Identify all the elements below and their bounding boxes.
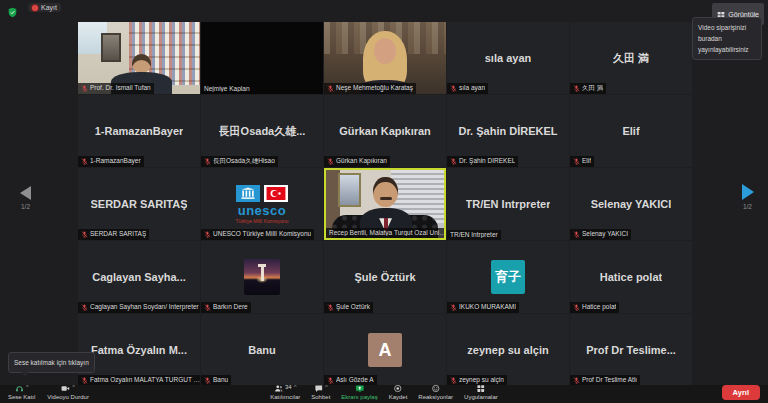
leave-button[interactable]: Ayrıl: [722, 385, 760, 400]
mic-muted-icon: [450, 85, 457, 92]
participant-name-label: Selenay YAKICI: [570, 229, 631, 240]
participant-tile[interactable]: Prof. Dr. İsmail Tufan: [78, 22, 200, 94]
chevron-up-icon[interactable]: ^: [26, 384, 29, 390]
participant-tile[interactable]: Fatma Özyalın M...Fatma Özyalın MALATYA …: [78, 314, 200, 386]
mic-muted-icon: [327, 158, 334, 165]
participant-name-label: Prof. Dr. İsmail Tufan: [78, 83, 154, 94]
participant-tile[interactable]: 1-RamazanBayer1-RamazanBayer: [78, 95, 200, 167]
participant-tile[interactable]: Prof Dr Teslime...Prof Dr Teslime Atlı: [570, 314, 692, 386]
participant-tile[interactable]: TR/EN IntrpreterTR/EN Intrpreter: [447, 168, 569, 240]
meeting-toolbar: ^Sese Katıl^Videoyu Durdur 34^Katılımcıl…: [0, 385, 768, 403]
participant-count-badge: 34: [285, 384, 292, 390]
avatar: A: [368, 333, 402, 367]
unesco-temple-icon: [236, 185, 260, 202]
page-indicator-left: 1/2: [21, 203, 30, 210]
toolbar-button-label: Uygulamalar: [464, 394, 498, 402]
participant-name-label: Hatice polat: [570, 302, 619, 313]
participant-tile[interactable]: 育子IKUKO MURAKAMI: [447, 241, 569, 313]
page-indicator-right: 1/2: [743, 203, 752, 210]
video-camera-icon: [61, 384, 70, 393]
participant-name-label: Şule Öztürk: [324, 302, 373, 313]
participant-tile[interactable]: unescoTürkiye Millî KomisyonuUNESCO Türk…: [201, 168, 323, 240]
mic-muted-icon: [81, 231, 88, 238]
zoom-meeting-window: Kayıt Görüntüle Video siparişinizi burad…: [0, 0, 768, 403]
lh-tower-shape: [261, 266, 264, 280]
participant-tile[interactable]: ElifElif: [570, 95, 692, 167]
participant-name-label: Barkın Dere: [201, 302, 251, 313]
headset-icon: [15, 384, 24, 393]
chevron-up-icon[interactable]: ^: [325, 384, 328, 390]
participant-tile[interactable]: sıla ayansıla ayan: [447, 22, 569, 94]
toolbar-button-reaksiyonlar[interactable]: Reaksiyonlar: [418, 384, 453, 402]
participant-tile[interactable]: SERDAR SARITAŞSERDAR SARITAŞ: [78, 168, 200, 240]
toolbar-button-sohbet[interactable]: ^Sohbet: [311, 384, 330, 402]
mic-muted-icon: [204, 231, 211, 238]
video-scene-part: [101, 33, 121, 62]
record-icon: [394, 384, 403, 393]
chevron-up-icon[interactable]: ^: [72, 384, 75, 390]
mic-muted-icon: [450, 158, 457, 165]
participant-name-label: 長田Osada久雄Hisao: [201, 156, 278, 167]
participant-tile[interactable]: 長田Osada久雄...長田Osada久雄Hisao: [201, 95, 323, 167]
reactions-icon: [431, 384, 440, 393]
toolbar-button-uygulamalar[interactable]: Uygulamalar: [464, 384, 498, 402]
participants-icon: [274, 384, 283, 393]
toolbar-button-label: Reaksiyonlar: [418, 394, 453, 402]
participant-name-label: TR/EN Intrpreter: [447, 230, 501, 241]
participant-name-label: Caglayan Sayhan Soydan/ Interpreter: [78, 302, 200, 313]
participant-tile[interactable]: Selenay YAKICISelenay YAKICI: [570, 168, 692, 240]
toolbar-button-label: Ekranı paylaş: [341, 394, 377, 402]
participant-name-label: Neşe Mehmetoğlu Karataş: [324, 83, 416, 94]
mic-muted-icon: [204, 304, 211, 311]
toolbar-button-sese-kat-l[interactable]: ^Sese Katıl: [8, 384, 35, 402]
toolbar-button-ekran-payla-[interactable]: Ekranı paylaş: [341, 384, 377, 402]
participant-name-label: IKUKO MURAKAMI: [447, 302, 519, 313]
toolbar-center-group: 34^Katılımcılar^SohbetEkranı paylaşKayde…: [270, 384, 497, 402]
participant-tile[interactable]: Şule ÖztürkŞule Öztürk: [324, 241, 446, 313]
participant-grid: Prof. Dr. İsmail TufanNejmiye KaplanNeşe…: [78, 22, 692, 386]
unesco-wordmark: unesco: [238, 204, 287, 217]
participant-tile[interactable]: Caglayan Sayha...Caglayan Sayhan Soydan/…: [78, 241, 200, 313]
mic-muted-icon: [573, 231, 580, 238]
mic-muted-icon: [573, 377, 580, 384]
lh-top-shape: [258, 264, 265, 267]
participant-tile[interactable]: BanuBanu: [201, 314, 323, 386]
next-page-arrow[interactable]: [742, 184, 754, 200]
participant-name-label: sıla ayan: [447, 83, 488, 94]
previous-page-arrow[interactable]: [20, 186, 31, 200]
video-scene-part: [338, 173, 361, 207]
video-scene-part: [373, 177, 398, 207]
participant-tile[interactable]: Neşe Mehmetoğlu Karataş: [324, 22, 446, 94]
chat-icon: [314, 384, 323, 393]
participant-tile[interactable]: Recep Bentli, Malatya Turgut Özal Üniver…: [324, 168, 446, 240]
recording-indicator[interactable]: Kayıt: [28, 3, 61, 12]
toolbar-left-group: ^Sese Katıl^Videoyu Durdur: [8, 384, 89, 402]
mic-muted-icon: [450, 304, 457, 311]
encryption-shield-icon[interactable]: [7, 4, 18, 15]
chevron-up-icon[interactable]: ^: [294, 384, 297, 390]
toolbar-button-label: Katılımcılar: [270, 394, 300, 402]
participant-tile[interactable]: zeynep su alçinzeynep su alçin: [447, 314, 569, 386]
participant-tile[interactable]: Hatice polatHatice polat: [570, 241, 692, 313]
participant-tile[interactable]: 久田 満久田 満: [570, 22, 692, 94]
mic-muted-icon: [450, 377, 457, 384]
lighthouse-avatar: [244, 259, 280, 295]
toolbar-button-label: Kaydet: [389, 394, 408, 402]
participant-tile[interactable]: Dr. Şahin DİREKELDr. Şahin DİREKEL: [447, 95, 569, 167]
mic-muted-icon: [81, 85, 88, 92]
participant-tile[interactable]: Barkın Dere: [201, 241, 323, 313]
participant-tile[interactable]: Gürkan KapıkıranGürkan Kapıkıran: [324, 95, 446, 167]
participant-tile[interactable]: Nejmiye Kaplan: [201, 22, 323, 94]
mic-muted-icon: [81, 377, 88, 384]
turkish-flag-icon: [264, 185, 288, 202]
video-scene-part: [374, 38, 396, 64]
toolbar-button-label: Sese Katıl: [8, 394, 35, 402]
toolbar-button-videoyu-durdur[interactable]: ^Videoyu Durdur: [47, 384, 89, 402]
mic-muted-icon: [81, 158, 88, 165]
toolbar-button-kaydet[interactable]: Kaydet: [389, 384, 408, 402]
unesco-subtitle: Türkiye Millî Komisyonu: [236, 219, 289, 224]
toolbar-button-kat-l-mc-lar[interactable]: 34^Katılımcılar: [270, 384, 300, 402]
participant-tile[interactable]: AAslı Gözde A: [324, 314, 446, 386]
recording-label: Kayıt: [41, 4, 57, 11]
video-order-tooltip: Video siparişinizi buradan yayınlayabili…: [692, 17, 762, 60]
